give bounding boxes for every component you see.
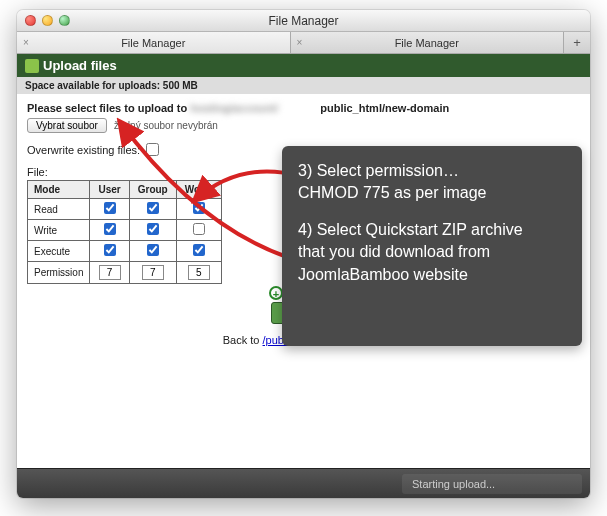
row-read: Read: [28, 199, 222, 220]
minimize-icon[interactable]: [42, 15, 53, 26]
row-permission: Permission: [28, 262, 222, 284]
permissions-table: Mode User Group World Read Write: [27, 180, 222, 284]
annotation-line: that you did download from: [298, 241, 566, 263]
tab-file-manager-2[interactable]: × File Manager: [291, 32, 565, 53]
exec-world-checkbox[interactable]: [193, 244, 205, 256]
write-group-checkbox[interactable]: [147, 223, 159, 235]
tab-label: File Manager: [395, 37, 459, 49]
path-redacted: hosting/account/: [190, 102, 320, 114]
annotation-overlay: 3) Select permission… CHMOD 775 as per i…: [282, 146, 582, 346]
write-world-checkbox[interactable]: [193, 223, 205, 235]
overwrite-checkbox[interactable]: [146, 143, 159, 156]
file-status: žádný soubor nevybrán: [114, 120, 218, 131]
annotation-line: 3) Select permission…: [298, 160, 566, 182]
overwrite-label: Overwrite existing files:: [27, 144, 140, 156]
perm-world-input[interactable]: [188, 265, 210, 280]
annotation-line: 4) Select Quickstart ZIP archive: [298, 219, 566, 241]
col-group: Group: [129, 181, 176, 199]
read-group-checkbox[interactable]: [147, 202, 159, 214]
statusbar: Starting upload...: [17, 468, 590, 498]
col-world: World: [176, 181, 221, 199]
add-tab-button[interactable]: +: [564, 32, 590, 53]
col-user: User: [90, 181, 129, 199]
close-icon[interactable]: [25, 15, 36, 26]
traffic-lights: [25, 15, 70, 26]
select-prompt: Please select files to upload to hosting…: [27, 102, 580, 114]
status-text: Starting upload...: [402, 474, 582, 494]
annotation-line: JoomlaBamboo website: [298, 264, 566, 286]
close-tab-icon[interactable]: ×: [23, 37, 29, 48]
exec-group-checkbox[interactable]: [147, 244, 159, 256]
row-write: Write: [28, 220, 222, 241]
panel-title: Upload files: [43, 58, 117, 73]
space-available: Space available for uploads: 500 MB: [17, 77, 590, 94]
tab-file-manager-1[interactable]: × File Manager: [17, 32, 291, 53]
read-user-checkbox[interactable]: [104, 202, 116, 214]
tab-label: File Manager: [121, 37, 185, 49]
plus-icon: +: [269, 286, 283, 300]
titlebar: File Manager: [17, 10, 590, 32]
read-world-checkbox[interactable]: [193, 202, 205, 214]
file-picker-row: Vybrat soubor žádný soubor nevybrán: [27, 118, 580, 133]
row-execute: Execute: [28, 241, 222, 262]
exec-user-checkbox[interactable]: [104, 244, 116, 256]
perm-user-input[interactable]: [99, 265, 121, 280]
tabbar: × File Manager × File Manager +: [17, 32, 590, 54]
annotation-line: CHMOD 775 as per image: [298, 182, 566, 204]
panel-header: Upload files: [17, 54, 590, 77]
write-user-checkbox[interactable]: [104, 223, 116, 235]
perm-group-input[interactable]: [142, 265, 164, 280]
window-title: File Manager: [17, 14, 590, 28]
col-mode: Mode: [28, 181, 90, 199]
upload-icon: [25, 59, 39, 73]
close-tab-icon[interactable]: ×: [297, 37, 303, 48]
choose-file-button[interactable]: Vybrat soubor: [27, 118, 107, 133]
zoom-icon[interactable]: [59, 15, 70, 26]
